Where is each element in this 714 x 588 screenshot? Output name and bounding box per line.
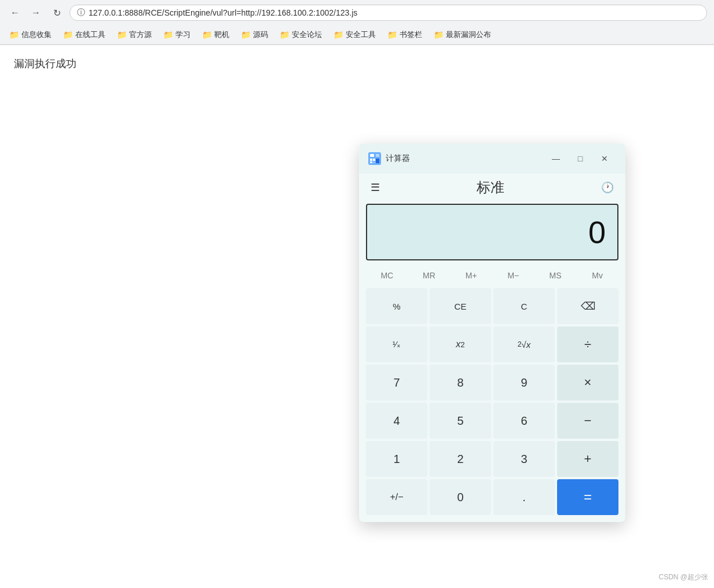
clear-button[interactable]: C: [493, 288, 555, 324]
digit-5-button[interactable]: 5: [430, 403, 491, 439]
memory-mr-button[interactable]: MR: [408, 269, 451, 282]
bookmark-安全工具[interactable]: 📁 安全工具: [329, 28, 380, 42]
bookmark-靶机[interactable]: 📁 靶机: [197, 28, 234, 42]
svg-rect-3: [370, 161, 372, 163]
page-success-message: 漏洞执行成功: [14, 57, 700, 71]
ce-button[interactable]: CE: [430, 288, 491, 324]
memory-mc-button[interactable]: MC: [366, 269, 408, 282]
folder-icon: 📁: [117, 30, 127, 39]
bookmark-在线工具[interactable]: 📁 在线工具: [58, 28, 110, 42]
folder-icon: 📁: [280, 30, 290, 39]
bookmark-书签栏[interactable]: 📁 书签栏: [383, 28, 427, 42]
history-button[interactable]: 🕐: [599, 179, 616, 196]
digit-0-button[interactable]: 0: [430, 479, 491, 515]
backspace-button[interactable]: ⌫: [557, 288, 618, 324]
calc-row-1: % CE C ⌫: [366, 288, 618, 324]
folder-icon: 📁: [63, 30, 73, 39]
equals-button[interactable]: =: [557, 479, 618, 515]
calc-mode-title: 标准: [477, 178, 504, 197]
digit-1-button[interactable]: 1: [366, 441, 427, 477]
reload-button[interactable]: ↻: [49, 5, 65, 21]
decimal-button[interactable]: .: [493, 479, 555, 515]
subtract-button[interactable]: −: [557, 403, 618, 439]
browser-chrome: ← → ↻ ⓘ 127.0.0.1:8888/RCE/ScriptEngine/…: [0, 0, 714, 45]
bookmark-label: 安全工具: [346, 30, 376, 40]
calc-display-value: 0: [588, 214, 606, 250]
maximize-button[interactable]: □: [569, 149, 592, 168]
negate-button[interactable]: +/−: [366, 479, 427, 515]
bookmark-学习[interactable]: 📁 学习: [159, 28, 195, 42]
folder-icon: 📁: [334, 30, 343, 39]
forward-button[interactable]: →: [28, 5, 44, 21]
lock-icon: ⓘ: [77, 8, 85, 18]
digit-9-button[interactable]: 9: [493, 365, 555, 400]
url-text: 127.0.0.1:8888/RCE/ScriptEngine/vul?url=…: [89, 8, 700, 17]
bookmark-label: 靶机: [214, 30, 229, 40]
bookmarks-bar: 📁 信息收集 📁 在线工具 📁 官方源 📁 学习 📁 靶机 📁 源码 📁 安全论…: [0, 25, 714, 45]
digit-7-button[interactable]: 7: [366, 365, 427, 400]
folder-icon: 📁: [9, 30, 19, 39]
reciprocal-button[interactable]: ¹⁄ₓ: [366, 326, 427, 362]
calc-row-4: 4 5 6 −: [366, 403, 618, 439]
folder-icon: 📁: [163, 30, 173, 39]
calc-display: 0: [366, 204, 618, 260]
memory-ms-button[interactable]: MS: [534, 269, 577, 282]
square-button[interactable]: x2: [430, 326, 491, 362]
watermark: CSDN @超少张: [658, 572, 708, 582]
calc-memory-row: MC MR M+ M− MS Mv: [359, 265, 625, 286]
close-button[interactable]: ✕: [593, 149, 616, 168]
address-bar[interactable]: ⓘ 127.0.0.1:8888/RCE/ScriptEngine/vul?ur…: [69, 5, 707, 21]
calc-app-icon: [368, 152, 381, 165]
bookmark-label: 安全论坛: [292, 30, 322, 40]
digit-4-button[interactable]: 4: [366, 403, 427, 439]
svg-rect-7: [376, 154, 379, 157]
digit-6-button[interactable]: 6: [493, 403, 555, 439]
bookmark-label: 最新漏洞公布: [446, 30, 491, 40]
bookmark-label: 书签栏: [400, 30, 422, 40]
bookmark-官方源[interactable]: 📁 官方源: [112, 28, 156, 42]
bookmark-最新漏洞公布[interactable]: 📁 最新漏洞公布: [429, 28, 496, 42]
svg-rect-5: [373, 161, 375, 163]
calc-title-text: 计算器: [386, 153, 544, 164]
calc-row-2: ¹⁄ₓ x2 2√x ÷: [366, 326, 618, 362]
calc-row-3: 7 8 9 ×: [366, 365, 618, 400]
svg-rect-1: [370, 154, 374, 157]
bookmark-源码[interactable]: 📁 源码: [236, 28, 273, 42]
folder-icon: 📁: [434, 30, 444, 39]
bookmark-label: 在线工具: [75, 30, 105, 40]
page-content: 漏洞执行成功 计算器 — □ ✕ ☰ 标准: [0, 45, 714, 566]
back-button[interactable]: ←: [7, 5, 23, 21]
bookmark-label: 源码: [253, 30, 268, 40]
digit-3-button[interactable]: 3: [493, 441, 555, 477]
divide-button[interactable]: ÷: [557, 326, 618, 362]
memory-mv-button[interactable]: Mv: [576, 269, 618, 282]
folder-icon: 📁: [387, 30, 397, 39]
digit-2-button[interactable]: 2: [430, 441, 491, 477]
calculator-window: 计算器 — □ ✕ ☰ 标准 🕐 0 MC MR M+ M− MS Mv: [359, 144, 625, 522]
bookmark-信息收集[interactable]: 📁 信息收集: [5, 28, 56, 42]
bookmark-label: 学习: [175, 30, 191, 40]
folder-icon: 📁: [202, 30, 212, 39]
svg-rect-4: [373, 159, 375, 161]
add-button[interactable]: +: [557, 441, 618, 477]
bookmark-安全论坛[interactable]: 📁 安全论坛: [275, 28, 327, 42]
calc-button-grid: % CE C ⌫ ¹⁄ₓ x2 2√x ÷ 7 8 9 × 4 5: [359, 286, 625, 522]
svg-rect-6: [376, 159, 379, 163]
folder-icon: 📁: [241, 30, 251, 39]
svg-rect-2: [370, 159, 372, 161]
hamburger-menu-button[interactable]: ☰: [368, 179, 382, 196]
percent-button[interactable]: %: [366, 288, 427, 324]
memory-mplus-button[interactable]: M+: [450, 269, 492, 282]
browser-toolbar: ← → ↻ ⓘ 127.0.0.1:8888/RCE/ScriptEngine/…: [0, 0, 714, 25]
bookmark-label: 官方源: [129, 30, 152, 40]
digit-8-button[interactable]: 8: [430, 365, 491, 400]
calc-row-6: +/− 0 . =: [366, 479, 618, 515]
memory-mminus-button[interactable]: M−: [492, 269, 534, 282]
sqrt-button[interactable]: 2√x: [493, 326, 555, 362]
calc-titlebar: 计算器 — □ ✕: [359, 144, 625, 174]
minimize-button[interactable]: —: [544, 149, 567, 168]
calc-row-5: 1 2 3 +: [366, 441, 618, 477]
bookmark-label: 信息收集: [21, 30, 52, 40]
calc-window-controls: — □ ✕: [544, 149, 616, 168]
multiply-button[interactable]: ×: [557, 365, 618, 400]
